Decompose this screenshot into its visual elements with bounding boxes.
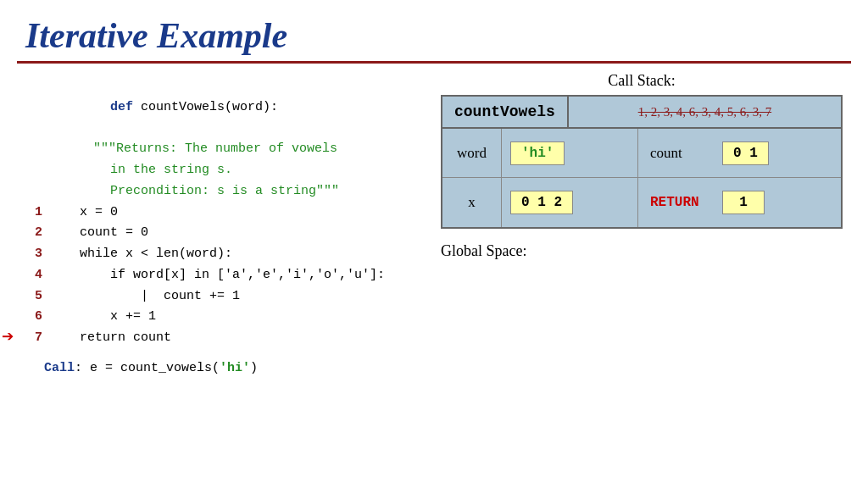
word-value-box: 'hi': [510, 141, 565, 165]
line-num-5: 5: [25, 286, 42, 308]
iteration-values-header: 1, 2, 3, 4, 6, 3, 4, 5, 6, 3, 7: [569, 97, 841, 127]
var-x-values: 0 1 2: [502, 186, 629, 219]
var-word-label: word: [442, 129, 502, 177]
return-value-box: 1: [722, 191, 765, 214]
code-line-4: 4 if word[x] in ['a','e','i','o','u']:: [25, 265, 415, 286]
code-docstring-2: in the string s.: [25, 160, 415, 181]
return-value-area: 1: [714, 186, 841, 219]
current-line-arrow: ➔: [2, 322, 14, 356]
page-title: Iterative Example: [0, 0, 868, 61]
docstring-2: in the string s.: [49, 160, 232, 181]
line-num-4: 4: [25, 265, 42, 286]
line-num-1: 1: [25, 202, 42, 224]
keyword-def: def: [110, 100, 141, 114]
stack-header-row: countVowels 1, 2, 3, 4, 6, 3, 4, 5, 6, 3…: [442, 97, 841, 129]
code-line-1: 1 x = 0: [25, 202, 415, 224]
return-label: RETURN: [637, 178, 705, 227]
var-word-values: 'hi': [502, 136, 629, 170]
code-line-6: 6 x += 1: [25, 307, 415, 328]
code-line-7: ➔ 7 return count: [25, 328, 415, 349]
global-space-label: Global Space:: [441, 242, 843, 260]
x-value-box: 0 1 2: [510, 191, 573, 214]
stack-row-word: word 'hi' count 0 1: [442, 129, 841, 178]
line-num-2: 2: [25, 223, 42, 244]
line-num-7: 7: [25, 328, 42, 349]
call-line: Call: e = count_vowels('hi'): [44, 361, 415, 375]
code-line-5: 5 | count += 1: [25, 286, 415, 308]
call-stack-label: Call Stack:: [441, 72, 843, 90]
var-count-values: 0 1: [714, 136, 841, 170]
code-docstring-3: Precondition: s is a string""": [25, 181, 415, 202]
line-num-3: 3: [25, 244, 42, 265]
call-stack-table: countVowels 1, 2, 3, 4, 6, 3, 4, 5, 6, 3…: [441, 95, 843, 229]
code-line-2: 2 count = 0: [25, 223, 415, 244]
function-name-header: countVowels: [442, 97, 569, 127]
var-count-label: count: [637, 129, 705, 177]
call-keyword: Call: [44, 361, 75, 375]
return-keyword: RETURN: [650, 195, 699, 210]
code-panel: def countVowels(word): """Returns: The n…: [25, 72, 415, 375]
var-x-label: x: [442, 178, 502, 227]
line-num-6: 6: [25, 307, 42, 328]
code-def-line: def countVowels(word):: [25, 76, 415, 139]
code-line-3: 3 while x < len(word):: [25, 244, 415, 265]
docstring-3: Precondition: s is a string""": [49, 181, 339, 202]
code-docstring-1: """Returns: The number of vowels: [25, 139, 415, 160]
right-panel: Call Stack: countVowels 1, 2, 3, 4, 6, 3…: [441, 72, 843, 375]
stack-row-x: x 0 1 2 RETURN 1: [442, 178, 841, 227]
count-value-box: 0 1: [722, 141, 769, 165]
docstring-1: """Returns: The number of vowels: [63, 139, 337, 160]
call-argument: 'hi': [220, 361, 250, 375]
